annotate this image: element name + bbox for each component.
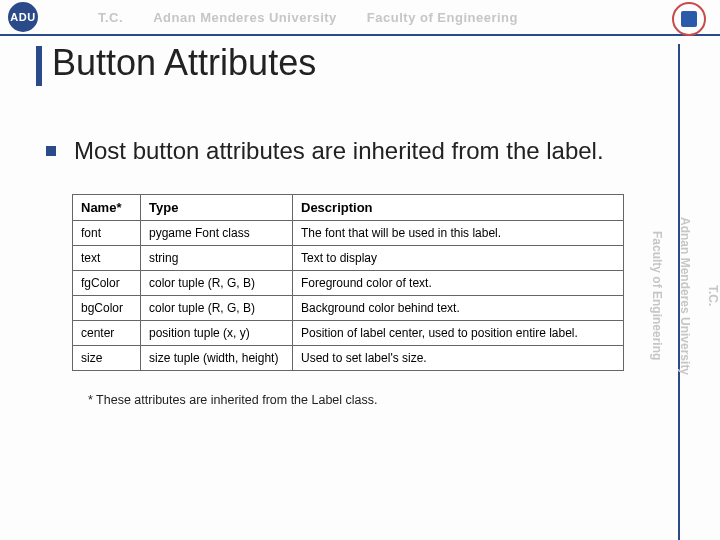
- cell-desc: Used to set label's size.: [293, 346, 624, 371]
- table-header-row: Name* Type Description: [73, 195, 624, 221]
- bullet-icon: [46, 146, 56, 156]
- seal-icon: [672, 2, 706, 36]
- cell-desc: Background color behind text.: [293, 296, 624, 321]
- side-university: Adnan Menderes University: [678, 217, 692, 375]
- cell-name: fgColor: [73, 271, 141, 296]
- cell-type: color tuple (R, G, B): [141, 271, 293, 296]
- side-tc: T.C.: [706, 285, 720, 306]
- sidebar-watermark: T.C. Adnan Menderes University Faculty o…: [678, 44, 720, 540]
- header-watermark: ADU T.C. Adnan Menderes University Facul…: [0, 0, 720, 36]
- cell-name: bgColor: [73, 296, 141, 321]
- cell-type: pygame Font class: [141, 221, 293, 246]
- bullet-item: Most button attributes are inherited fro…: [46, 136, 676, 166]
- cell-type: color tuple (R, G, B): [141, 296, 293, 321]
- cell-name: text: [73, 246, 141, 271]
- table-row: font pygame Font class The font that wil…: [73, 221, 624, 246]
- cell-type: position tuple (x, y): [141, 321, 293, 346]
- header-university: Adnan Menderes University: [153, 10, 337, 25]
- table-row: size size tuple (width, height) Used to …: [73, 346, 624, 371]
- cell-name: font: [73, 221, 141, 246]
- cell-desc: Position of label center, used to positi…: [293, 321, 624, 346]
- col-header-name: Name*: [73, 195, 141, 221]
- cell-desc: The font that will be used in this label…: [293, 221, 624, 246]
- table-row: fgColor color tuple (R, G, B) Foreground…: [73, 271, 624, 296]
- university-logo-icon: ADU: [8, 2, 38, 32]
- header-faculty: Faculty of Engineering: [367, 10, 518, 25]
- cell-desc: Text to display: [293, 246, 624, 271]
- col-header-type: Type: [141, 195, 293, 221]
- table-row: bgColor color tuple (R, G, B) Background…: [73, 296, 624, 321]
- cell-name: size: [73, 346, 141, 371]
- cell-name: center: [73, 321, 141, 346]
- col-header-desc: Description: [293, 195, 624, 221]
- footnote: * These attributes are inherited from th…: [88, 393, 676, 407]
- slide-content: Button Attributes Most button attributes…: [0, 38, 676, 540]
- table-row: center position tuple (x, y) Position of…: [73, 321, 624, 346]
- attributes-table: Name* Type Description font pygame Font …: [72, 194, 624, 371]
- cell-type: size tuple (width, height): [141, 346, 293, 371]
- cell-type: string: [141, 246, 293, 271]
- page-title: Button Attributes: [52, 42, 676, 84]
- cell-desc: Foreground color of text.: [293, 271, 624, 296]
- table-row: text string Text to display: [73, 246, 624, 271]
- header-tc: T.C.: [98, 10, 123, 25]
- bullet-text: Most button attributes are inherited fro…: [74, 136, 604, 166]
